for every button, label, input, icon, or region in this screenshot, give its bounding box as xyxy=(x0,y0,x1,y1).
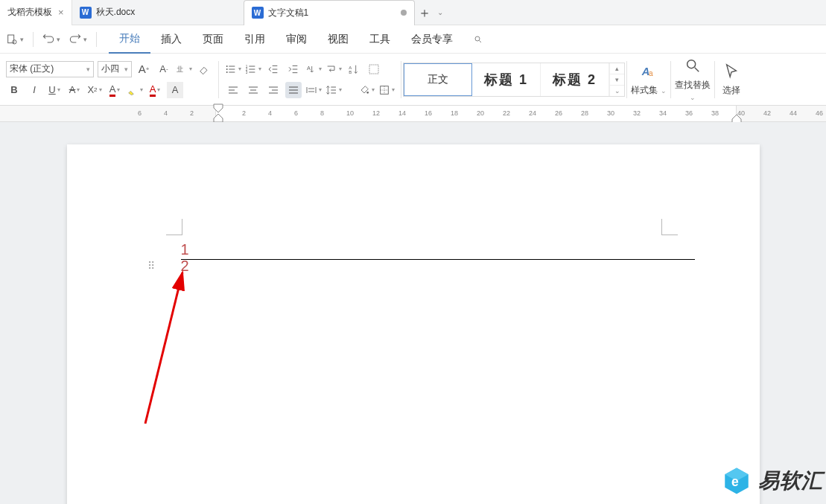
font-grow-button[interactable]: A+ xyxy=(136,61,152,77)
select-all-button[interactable] xyxy=(366,61,382,77)
ruler-tick: 14 xyxy=(398,109,406,117)
number-list-icon: 123 xyxy=(245,63,257,75)
menu-page[interactable]: 页面 xyxy=(192,25,234,54)
superscript-button[interactable]: X2 xyxy=(86,82,103,98)
object-handle[interactable]: ⠿ xyxy=(147,260,153,272)
ruler-tick: 18 xyxy=(451,109,458,117)
scroll-down-icon[interactable]: ▾ xyxy=(609,74,624,85)
close-icon[interactable]: × xyxy=(58,7,64,18)
ruler-tick: 32 xyxy=(633,109,641,117)
separator xyxy=(33,32,34,47)
ruler-tick: 44 xyxy=(790,109,797,117)
highlight-button[interactable] xyxy=(127,82,143,98)
svg-rect-26 xyxy=(369,65,378,74)
borders-button[interactable] xyxy=(378,82,395,98)
indent-marker[interactable] xyxy=(213,103,223,123)
select-button[interactable]: 选择 xyxy=(717,59,746,101)
gallery-expand-icon[interactable]: ⌄ xyxy=(609,85,624,96)
menu-view[interactable]: 视图 xyxy=(317,25,359,54)
svg-point-46 xyxy=(366,92,369,94)
italic-button[interactable]: I xyxy=(26,82,42,98)
style-set-label: 样式集 ⌄ xyxy=(631,84,666,97)
ruler-tick: 2 xyxy=(190,109,194,117)
align-justify-button[interactable] xyxy=(285,82,302,98)
font-color-button[interactable]: A xyxy=(107,82,123,98)
tab-doc-1[interactable]: W 秋天.docx xyxy=(72,0,244,25)
menu-review[interactable]: 审阅 xyxy=(276,25,317,54)
svg-text:3: 3 xyxy=(246,71,248,74)
svg-point-1 xyxy=(13,39,16,43)
ruler-tick: 4 xyxy=(268,109,272,117)
ruler-tick: 30 xyxy=(607,109,614,117)
equation-fraction[interactable]: 1 2 xyxy=(181,241,189,274)
distribute-button[interactable] xyxy=(305,82,322,98)
ruler-tick: 8 xyxy=(320,109,324,117)
align-center-icon xyxy=(247,84,259,96)
shading-button[interactable] xyxy=(358,82,375,98)
font-shrink-button[interactable]: A- xyxy=(156,61,172,77)
undo-button[interactable]: ▾ xyxy=(38,28,65,51)
fraction-numerator: 1 xyxy=(181,241,189,258)
indent-button[interactable] xyxy=(285,61,302,77)
font-size-select[interactable]: 小四▾ xyxy=(98,61,132,77)
tab-template[interactable]: 戈稻壳模板 × xyxy=(0,0,72,25)
tab-doc-2[interactable]: W 文字文稿1 xyxy=(244,0,415,25)
separator xyxy=(626,61,627,98)
strikethrough-button[interactable]: A xyxy=(66,82,83,98)
number-list-button[interactable]: 123 xyxy=(245,61,261,77)
font-group: 宋体 (正文)▾ 小四▾ A+ A- 㐀 B I U A X2 A A A xyxy=(1,54,217,105)
style-h2[interactable]: 标题 2 xyxy=(541,63,609,96)
ruler-tick: 6 xyxy=(294,109,298,117)
menu-member[interactable]: 会员专享 xyxy=(401,25,463,54)
style-gallery: 正文 标题 1 标题 2 ▴ ▾ ⌄ xyxy=(403,63,625,97)
page[interactable]: ⠿ 1 2 xyxy=(67,144,760,504)
text-color-button[interactable]: A xyxy=(147,82,163,98)
outdent-icon xyxy=(267,63,279,75)
separator xyxy=(401,61,401,98)
svg-point-52 xyxy=(687,60,696,68)
margin-corner xyxy=(661,219,678,235)
style-body[interactable]: 正文 xyxy=(404,63,472,96)
ruler[interactable]: 6 4 2 2 4 6 8 10 12 14 16 18 20 22 24 26… xyxy=(0,106,826,122)
style-set-button[interactable]: Aa 样式集 ⌄ xyxy=(629,59,669,101)
undo-icon xyxy=(42,34,54,45)
align-right-button[interactable] xyxy=(265,82,282,98)
menu-ref[interactable]: 引用 xyxy=(234,25,276,54)
menu-start[interactable]: 开始 xyxy=(109,25,150,54)
menu-insert[interactable]: 插入 xyxy=(150,25,192,54)
line-spacing-button[interactable] xyxy=(325,82,342,98)
eraser-icon xyxy=(198,63,210,75)
align-left-button[interactable] xyxy=(225,82,241,98)
clear-format-button[interactable] xyxy=(196,61,212,77)
char-shading-button[interactable]: A xyxy=(167,82,183,98)
tab-label: 文字文稿1 xyxy=(268,7,309,19)
underline-button[interactable]: U xyxy=(46,82,63,98)
scroll-up-icon[interactable]: ▴ xyxy=(609,63,624,74)
sort-button[interactable]: AB xyxy=(346,61,362,77)
find-replace-button[interactable]: 查找替换 ⌄ xyxy=(673,59,713,101)
outdent-button[interactable] xyxy=(265,61,282,77)
menu-tools[interactable]: 工具 xyxy=(359,25,401,54)
align-center-button[interactable] xyxy=(245,82,261,98)
search-button[interactable] xyxy=(463,25,493,54)
fraction-line xyxy=(181,259,695,260)
redo-button[interactable]: ▾ xyxy=(65,28,92,51)
document-canvas[interactable]: ⠿ 1 2 xyxy=(0,122,826,504)
font-family-select[interactable]: 宋体 (正文)▾ xyxy=(6,61,94,77)
style-h1[interactable]: 标题 1 xyxy=(472,63,541,96)
change-case-button[interactable]: 㐀 xyxy=(176,61,192,77)
text-direction-button[interactable]: A xyxy=(305,61,322,77)
ruler-tick: 26 xyxy=(555,109,562,117)
svg-rect-0 xyxy=(8,35,14,43)
ruler-tick: 2 xyxy=(242,109,246,117)
bold-button[interactable]: B xyxy=(6,82,22,98)
svg-line-57 xyxy=(145,272,182,424)
paragraph-group: 123 A AB xyxy=(220,54,399,105)
new-tab-button[interactable]: ＋ xyxy=(415,3,434,22)
tab-menu-chevron[interactable]: ⌄ xyxy=(437,8,443,16)
change-case-icon: 㐀 xyxy=(176,63,188,75)
bullet-list-button[interactable] xyxy=(225,61,241,77)
preview-button[interactable]: ▾ xyxy=(1,28,28,51)
line-break-button[interactable] xyxy=(325,61,342,77)
ruler-tick: 6 xyxy=(138,109,142,117)
